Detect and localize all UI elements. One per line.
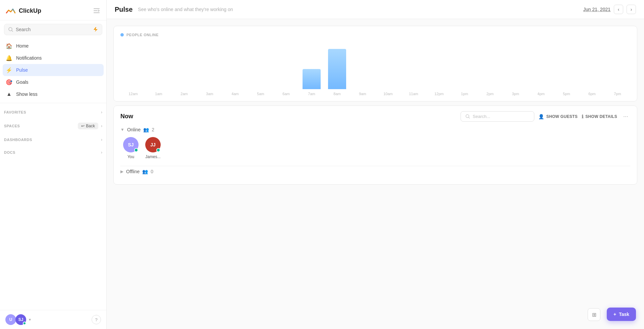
collapse-sidebar-button[interactable] [92,7,101,14]
grid-icon: ⊞ [592,312,596,318]
favorites-title: FAVORITES [4,110,26,114]
online-collapse-icon: ▼ [120,127,124,132]
time-label-13: 1pm [452,92,477,96]
user-avatar-0: SJ [123,137,139,152]
grid-view-button[interactable]: ⊞ [588,308,600,321]
avatar-sj-initials: SJ [18,317,23,322]
page-title-area: Pulse See who's online and what they're … [115,6,233,13]
now-controls: Search... 👤 SHOW GUESTS ℹ SHOW DETAILS ·… [461,111,630,122]
user-item-0[interactable]: SJYou [123,137,139,159]
logo-area[interactable]: ClickUp [5,5,41,16]
avatar-sj[interactable]: SJ [15,314,26,325]
question-mark-icon: ? [95,317,97,322]
chart-labels: 12am1am2am3am4am5am6am7am8am9am10am11am1… [120,89,630,96]
docs-header[interactable]: DOCS › [4,149,102,156]
time-label-11: 11am [401,92,426,96]
online-people-icon: 👥 [143,127,149,132]
chevron-right-icon: › [631,7,632,12]
spaces-expand-icon: › [101,124,102,128]
bar-col-2 [171,42,197,89]
favorites-header[interactable]: FAVORITES › [4,109,102,116]
legend-dot [120,33,124,37]
favorites-expand-icon: › [101,110,102,115]
offline-people-icon: 👥 [142,169,148,174]
user-online-dot-0 [134,148,138,152]
sidebar-item-goals[interactable]: 🎯 Goals [3,76,104,88]
favorites-section: FAVORITES › [0,105,106,117]
bell-icon: 🔔 [6,55,12,61]
sidebar-item-home[interactable]: 🏠 Home [3,40,104,52]
chart-bar-7 [303,69,320,89]
prev-date-button[interactable]: ‹ [614,5,623,14]
chevron-up-icon: ▲ [6,91,12,97]
avatar-u[interactable]: U [5,314,16,325]
sidebar-item-goals-label: Goals [16,79,29,85]
next-date-button[interactable]: › [627,5,636,14]
sidebar-item-show-less[interactable]: ▲ Show less [3,88,104,100]
spaces-header[interactable]: SPACES ↩ Back › [4,121,102,131]
bar-col-13 [452,42,477,89]
plus-icon: + [613,312,616,317]
sidebar-header: ClickUp [0,0,106,20]
bar-col-14 [477,42,503,89]
sidebar-item-pulse[interactable]: ⚡ Pulse [3,64,104,76]
sidebar-item-notifications[interactable]: 🔔 Notifications [3,52,104,64]
main-header: Pulse See who's online and what they're … [107,0,644,19]
user-item-1[interactable]: JJJames... [145,137,161,159]
back-button[interactable]: ↩ Back [78,123,98,129]
dashboards-header[interactable]: DASHBOARDS › [4,136,102,143]
back-label: Back [86,124,95,128]
online-users-grid: SJYouJJJames... [120,137,630,159]
page-subtitle: See who's online and what they're workin… [138,7,233,12]
app-name: ClickUp [19,7,41,14]
page-title: Pulse [115,6,132,13]
show-details-button[interactable]: ℹ SHOW DETAILS [582,114,617,119]
now-title: Now [120,113,133,120]
time-label-2: 2am [171,92,197,96]
now-search-input[interactable]: Search... [461,111,534,122]
time-label-12: 12pm [426,92,452,96]
offline-group-header[interactable]: ▶ Offline 👥 0 [120,169,630,174]
offline-expand-icon: ▶ [120,169,123,174]
online-group: ▼ Online 👥 2 SJYouJJJames... [120,127,630,159]
online-group-header[interactable]: ▼ Online 👥 2 [120,127,630,132]
add-task-button[interactable]: + Task [607,308,636,321]
bar-col-4 [222,42,248,89]
bar-col-5 [248,42,273,89]
time-label-10: 10am [375,92,401,96]
bar-col-11 [401,42,426,89]
bar-col-17 [554,42,579,89]
help-button[interactable]: ? [92,315,101,324]
dashboards-expand-icon: › [101,137,102,142]
chart-bars [120,42,630,89]
bar-col-18 [579,42,605,89]
sidebar-item-show-less-label: Show less [16,91,38,97]
search-input[interactable] [16,27,90,32]
offline-group-label: Offline [126,169,140,174]
time-label-18: 6pm [579,92,605,96]
date-display[interactable]: Jun 21, 2021 [583,7,610,12]
sidebar-nav: 🏠 Home 🔔 Notifications ⚡ Pulse 🎯 Goals ▲… [0,39,106,102]
spaces-title: SPACES [4,124,20,128]
bar-col-9 [350,42,375,89]
user-avatar-1: JJ [145,137,161,152]
bar-col-16 [528,42,554,89]
show-details-label: SHOW DETAILS [585,114,617,119]
avatar-caret-icon[interactable]: ▾ [29,317,31,322]
info-icon: ℹ [582,114,583,119]
docs-section: DOCS › [0,145,106,157]
search-bar[interactable] [4,24,102,35]
search-icon [8,27,13,32]
show-guests-button[interactable]: 👤 SHOW GUESTS [538,114,578,119]
main-content: Pulse See who's online and what they're … [107,0,644,329]
group-divider [120,166,630,166]
online-group-label: Online [127,127,141,132]
chart-legend-label: PEOPLE ONLINE [126,33,159,37]
user-name-1: James... [145,154,160,159]
more-options-button[interactable]: ··· [621,112,630,121]
add-task-label: Task [619,312,629,317]
sidebar-footer: U SJ ▾ ? [0,310,106,329]
time-label-1: 1am [146,92,171,96]
time-label-19: 7pm [605,92,630,96]
dashboards-section: DASHBOARDS › [0,132,106,145]
